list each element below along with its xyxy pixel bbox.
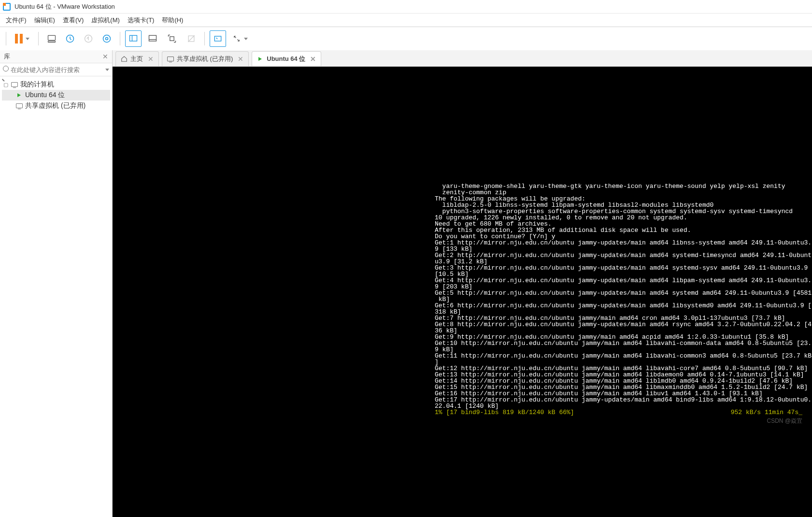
revert-snapshot-button[interactable] xyxy=(80,30,97,47)
app-icon xyxy=(3,3,11,11)
vm-running-icon xyxy=(257,56,264,62)
menu-help[interactable]: 帮助(H) xyxy=(158,14,187,27)
menu-file[interactable]: 文件(F) xyxy=(2,14,30,27)
collapse-icon[interactable]: ▢ xyxy=(3,82,9,88)
stretch-guest-button[interactable] xyxy=(164,30,180,47)
monitor-icon xyxy=(11,81,18,88)
vm-running-icon xyxy=(15,92,23,99)
tab-label: Ubuntu 64 位 xyxy=(267,55,305,63)
terminal-output: yaru-theme-gnome-shell yaru-theme-gtk ya… xyxy=(435,183,807,409)
terminal-status-right: 952 kB/s 11min 47s_ xyxy=(731,409,802,416)
vm-tree: ▢ 我的计算机 Ubuntu 64 位 共享虚拟机 (已弃用) xyxy=(0,76,112,517)
terminal-view[interactable]: yaru-theme-gnome-shell yaru-theme-gtk ya… xyxy=(113,67,812,517)
tree-item-ubuntu[interactable]: Ubuntu 64 位 xyxy=(2,90,110,101)
toolbar xyxy=(0,27,812,50)
svg-rect-6 xyxy=(130,35,137,41)
tree-root[interactable]: ▢ 我的计算机 xyxy=(2,79,110,90)
tab-shared[interactable]: 共享虚拟机 (已弃用) ✕ xyxy=(162,51,249,66)
svg-point-4 xyxy=(103,35,111,43)
tab-ubuntu[interactable]: Ubuntu 64 位 ✕ xyxy=(252,51,321,66)
titlebar: Ubuntu 64 位 - VMware Workstation xyxy=(0,0,812,14)
tree-item-label: Ubuntu 64 位 xyxy=(25,91,65,100)
pause-vm-button[interactable] xyxy=(10,30,34,47)
svg-line-12 xyxy=(188,35,194,42)
tab-label: 共享虚拟机 (已弃用) xyxy=(177,55,233,63)
svg-rect-13 xyxy=(214,36,221,41)
tree-root-label: 我的计算机 xyxy=(20,80,54,89)
tab-home[interactable]: 主页 ✕ xyxy=(115,51,159,66)
terminal-status-left: 1% [17 bind9-libs 819 kB/1240 kB 66%] xyxy=(435,409,574,416)
search-icon xyxy=(3,66,11,73)
svg-rect-0 xyxy=(48,35,56,40)
tree-item-label: 共享虚拟机 (已弃用) xyxy=(25,101,85,110)
chevron-down-icon xyxy=(244,38,248,40)
watermark: CSDN @焱宜 xyxy=(767,417,802,425)
pause-icon xyxy=(15,34,23,43)
snapshot-manager-button[interactable] xyxy=(99,30,115,47)
monitor-icon xyxy=(167,56,174,62)
menu-tabs[interactable]: 选项卡(T) xyxy=(124,14,158,27)
svg-rect-1 xyxy=(48,41,56,43)
svg-rect-10 xyxy=(170,37,174,41)
disable-stretch-button[interactable] xyxy=(183,30,199,47)
menubar: 文件(F) 编辑(E) 查看(V) 虚拟机(M) 选项卡(T) 帮助(H) xyxy=(0,14,812,27)
svg-point-5 xyxy=(106,38,108,40)
tabstrip: 主页 ✕ 共享虚拟机 (已弃用) ✕ Ubuntu 64 位 ✕ xyxy=(113,50,812,67)
snapshot-button[interactable] xyxy=(62,30,78,47)
chevron-down-icon xyxy=(26,38,29,40)
show-console-button[interactable] xyxy=(125,30,142,47)
sidebar: 库 ✕ ▢ 我的计算机 Ubuntu 64 位 共享虚拟机 (已弃用) xyxy=(0,50,113,517)
sidebar-title: 库 xyxy=(4,52,10,61)
home-icon xyxy=(121,56,128,62)
tab-label: 主页 xyxy=(130,55,143,63)
cycle-multiple-monitors-button[interactable] xyxy=(232,30,248,47)
send-ctrl-alt-del-button[interactable] xyxy=(43,30,60,47)
menu-edit[interactable]: 编辑(E) xyxy=(30,14,59,27)
thumbnail-view-button[interactable] xyxy=(144,30,161,47)
chevron-down-icon xyxy=(105,69,109,71)
close-tab-button[interactable]: ✕ xyxy=(238,55,243,63)
content: 主页 ✕ 共享虚拟机 (已弃用) ✕ Ubuntu 64 位 ✕ yaru-th… xyxy=(113,50,812,517)
svg-rect-8 xyxy=(149,35,157,41)
window-title: Ubuntu 64 位 - VMware Workstation xyxy=(14,2,115,11)
close-tab-button[interactable]: ✕ xyxy=(310,55,316,63)
menu-view[interactable]: 查看(V) xyxy=(59,14,87,27)
close-sidebar-button[interactable]: ✕ xyxy=(102,53,108,60)
menu-vm[interactable]: 虚拟机(M) xyxy=(87,14,124,27)
close-tab-button[interactable]: ✕ xyxy=(148,55,154,63)
monitor-icon xyxy=(15,102,23,109)
tree-item-shared[interactable]: 共享虚拟机 (已弃用) xyxy=(2,101,110,111)
enter-fullscreen-button[interactable] xyxy=(210,30,226,47)
sidebar-search[interactable] xyxy=(0,63,112,76)
search-input[interactable] xyxy=(11,66,103,73)
